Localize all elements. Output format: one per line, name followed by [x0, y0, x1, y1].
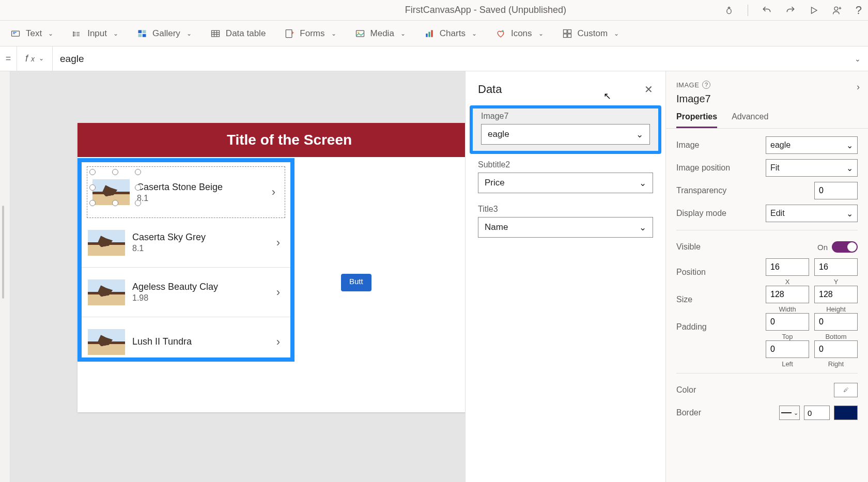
props-tabs: Properties Advanced — [666, 105, 868, 129]
prop-transparency-label: Transparency — [676, 186, 766, 195]
canvas-area[interactable]: Title of the Screen Butt Caserta Stone B… — [10, 71, 465, 482]
selection-handles[interactable] — [92, 172, 138, 203]
prop-image-select[interactable]: eagle⌄ — [766, 136, 858, 154]
left-rail[interactable] — [0, 71, 10, 482]
prop-position-x[interactable] — [766, 258, 809, 276]
formula-expand-icon[interactable]: ⌄ — [847, 55, 868, 63]
prop-image-label: Image — [676, 141, 766, 150]
properties-panel: IMAGE ? › Image7 Properties Advanced Ima… — [665, 71, 868, 482]
formula-input[interactable] — [53, 46, 847, 71]
chevron-down-icon: ⌄ — [113, 30, 118, 37]
data-field-title: Title3 Name ⌄ — [466, 200, 665, 245]
data-field-label: Title3 — [478, 205, 653, 214]
chevron-down-icon: ⌄ — [614, 30, 619, 37]
close-icon[interactable]: ✕ — [644, 83, 653, 96]
prop-position-y[interactable] — [814, 258, 858, 276]
prop-size-h[interactable] — [814, 286, 858, 303]
data-field-select[interactable]: Price ⌄ — [478, 173, 653, 193]
tab-properties[interactable]: Properties — [676, 112, 717, 128]
ribbon-text-label: Text — [26, 28, 42, 39]
prop-border-label: Border — [676, 408, 779, 417]
gallery-item[interactable]: Ageless Beauty Clay 1.98 › — [82, 268, 290, 317]
prop-visible-toggle[interactable] — [832, 241, 858, 253]
fx-dropdown[interactable]: fx⌄ — [17, 46, 53, 71]
tab-advanced[interactable]: Advanced — [732, 112, 768, 128]
prop-border-style[interactable]: ⌄ — [779, 406, 800, 420]
chevron-down-icon: ⌄ — [846, 163, 853, 173]
ribbon-gallery-label: Gallery — [152, 28, 180, 39]
health-icon[interactable] — [724, 5, 734, 15]
equals-label: = — [0, 53, 17, 64]
data-field-value: Name — [485, 222, 508, 232]
chevron-down-icon: ⌄ — [39, 55, 44, 63]
svg-rect-16 — [563, 29, 567, 33]
svg-rect-15 — [431, 30, 432, 37]
chevron-down-icon: ⌄ — [331, 30, 336, 37]
titlebar-tools: ? — [724, 4, 862, 17]
gallery-item-title: Caserta Stone Beige — [137, 182, 265, 193]
data-field-select[interactable]: Name ⌄ — [478, 217, 653, 238]
redo-icon[interactable] — [785, 5, 796, 15]
ribbon-input[interactable]: Input⌄ — [72, 28, 118, 39]
ribbon-icons-label: Icons — [511, 28, 532, 39]
svg-rect-5 — [138, 30, 142, 33]
chevron-right-icon[interactable]: › — [276, 286, 280, 299]
ribbon-gallery[interactable]: Gallery⌄ — [137, 28, 192, 39]
prop-imagepos-select[interactable]: Fit⌄ — [766, 159, 858, 177]
svg-rect-1 — [12, 31, 20, 36]
prop-size-w[interactable] — [766, 286, 809, 303]
svg-rect-18 — [563, 34, 567, 37]
gallery-thumbnail — [88, 230, 125, 256]
chevron-down-icon: ⌄ — [636, 129, 643, 140]
screen-header[interactable]: Title of the Screen — [78, 123, 465, 157]
gallery-thumbnail — [88, 279, 125, 305]
canvas-button[interactable]: Butt — [341, 274, 371, 291]
chevron-down-icon: ⌄ — [472, 30, 477, 37]
info-icon[interactable]: ? — [702, 81, 710, 89]
chevron-right-icon[interactable]: › — [276, 236, 280, 250]
data-field-select[interactable]: eagle ⌄ — [481, 124, 650, 145]
prop-border-color[interactable] — [834, 406, 858, 420]
prop-visible-state: On — [817, 243, 828, 252]
ribbon-datatable[interactable]: Data table — [210, 28, 266, 39]
data-field-label: Subtitle2 — [478, 160, 653, 169]
prop-padding-b[interactable] — [814, 313, 858, 331]
gallery-item-sub: 8.1 — [132, 244, 269, 253]
prop-padding-t[interactable] — [766, 313, 809, 331]
gallery-control[interactable]: Caserta Stone Beige 8.1 › Caserta Sky Gr… — [78, 158, 295, 362]
prop-displaymode-select[interactable]: Edit⌄ — [766, 205, 858, 222]
chevron-down-icon: ⌄ — [639, 222, 646, 233]
prop-displaymode-label: Display mode — [676, 209, 766, 218]
prop-imagepos-label: Image position — [676, 163, 766, 173]
separator — [748, 5, 748, 16]
svg-point-0 — [834, 7, 838, 10]
chevron-right-icon[interactable]: › — [272, 185, 275, 199]
gallery-item[interactable]: Caserta Sky Grey 8.1 › — [82, 218, 290, 268]
prop-color-picker[interactable] — [834, 383, 858, 397]
prop-border-width[interactable] — [804, 406, 830, 420]
play-icon[interactable] — [809, 5, 818, 15]
gallery-item[interactable]: Lush II Tundra › — [82, 317, 290, 367]
ribbon-media-label: Media — [370, 28, 394, 39]
ribbon-forms[interactable]: Forms⌄ — [284, 28, 336, 39]
main: Title of the Screen Butt Caserta Stone B… — [0, 71, 868, 482]
ribbon-text[interactable]: Text⌄ — [10, 28, 53, 39]
ribbon-charts[interactable]: Charts⌄ — [424, 28, 477, 39]
undo-icon[interactable] — [762, 5, 772, 15]
control-name: Image7 — [676, 93, 858, 105]
svg-rect-10 — [286, 29, 292, 37]
prop-padding-l[interactable] — [766, 340, 809, 358]
screen-title: Title of the Screen — [227, 132, 352, 148]
gallery-item[interactable]: Caserta Stone Beige 8.1 › — [87, 166, 285, 218]
prop-padding-r[interactable] — [814, 340, 858, 358]
expand-panel-icon[interactable]: › — [857, 82, 860, 92]
help-icon[interactable]: ? — [856, 4, 862, 17]
ribbon-datatable-label: Data table — [226, 28, 266, 39]
chevron-right-icon[interactable]: › — [276, 335, 280, 349]
share-user-icon[interactable] — [832, 5, 842, 15]
ribbon-custom[interactable]: Custom⌄ — [562, 28, 619, 39]
ribbon-media[interactable]: Media⌄ — [355, 28, 406, 39]
chevron-down-icon: ⌄ — [538, 30, 544, 37]
prop-transparency-input[interactable] — [814, 182, 858, 199]
ribbon-icons[interactable]: Icons⌄ — [495, 28, 544, 39]
